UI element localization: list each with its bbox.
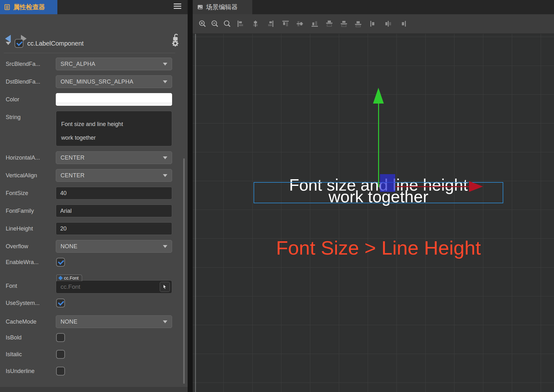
align-bottom-icon[interactable]: [311, 20, 319, 28]
isunderline-checkbox[interactable]: [56, 367, 65, 376]
property-label: VerticalAlign: [6, 172, 56, 179]
fontfamily-input[interactable]: [56, 205, 172, 217]
align-horizontal-center-icon[interactable]: [251, 20, 260, 28]
property-label: FontFamily: [6, 208, 56, 214]
distribute-left-icon[interactable]: [369, 20, 377, 28]
scene-tab-icon: [197, 4, 203, 10]
string-textarea[interactable]: Font size and line height work together: [56, 111, 172, 146]
overflow-select[interactable]: NONE: [56, 240, 172, 253]
distribute-vertical-center-icon[interactable]: [340, 20, 348, 28]
canvas-edge-guide: [195, 34, 196, 392]
property-row-halign: HorizontalA... CENTER: [6, 151, 172, 164]
property-row-isitalic: IsItalic: [6, 350, 172, 359]
property-label: IsBold: [6, 334, 56, 341]
property-label: Color: [6, 96, 56, 103]
lineheight-input[interactable]: [56, 222, 172, 235]
property-row-color: Color: [6, 93, 172, 106]
inspector-nav: [0, 14, 188, 35]
gizmo-x-axis-arrowhead[interactable]: [469, 181, 483, 192]
dstblend-select[interactable]: ONE_MINUS_SRC_ALPHA: [56, 75, 172, 88]
property-label: FontSize: [6, 190, 56, 197]
property-row-dstblend: DstBlendFa... ONE_MINUS_SRC_ALPHA: [6, 75, 172, 88]
diamond-icon: [58, 276, 63, 280]
align-vertical-center-icon[interactable]: [296, 20, 304, 28]
distribute-right-icon[interactable]: [399, 20, 407, 28]
scene-toolbar: [193, 14, 554, 34]
vertical-align-select[interactable]: CENTER: [56, 169, 172, 182]
cachemode-select[interactable]: NONE: [56, 315, 172, 328]
property-row-srcblend: SrcBlendFa... SRC_ALPHA: [6, 58, 172, 70]
inspector-panel: 属性检查器 cc.LabelComponent S: [0, 0, 188, 392]
scene-tabbar: 场景编辑器: [193, 0, 554, 14]
srcblend-select[interactable]: SRC_ALPHA: [56, 58, 172, 70]
scene-canvas[interactable]: Font size and line height work together …: [193, 34, 554, 392]
chevron-down-icon: [163, 63, 167, 66]
gizmo-x-axis[interactable]: [396, 186, 472, 187]
alpha-divider: [56, 103, 172, 103]
gizmo-y-axis[interactable]: [378, 103, 379, 187]
property-row-font: Font cc.Font cc.Font: [6, 275, 172, 294]
zoom-in-icon[interactable]: [198, 20, 207, 28]
property-label: EnableWra...: [6, 259, 56, 266]
isbold-checkbox[interactable]: [56, 333, 65, 342]
gizmo-y-axis-arrowhead[interactable]: [373, 88, 384, 104]
isitalic-checkbox[interactable]: [56, 350, 65, 359]
caption-label-node[interactable]: Font Size > Line Height: [254, 237, 503, 259]
collapse-triangle-icon[interactable]: [6, 42, 11, 45]
property-label: IsUnderline: [6, 368, 56, 375]
property-label: SrcBlendFa...: [6, 61, 56, 67]
inspector-footer: [0, 387, 188, 392]
property-row-cachemode: CacheMode NONE: [6, 315, 172, 328]
distribute-horizontal-center-icon[interactable]: [384, 20, 392, 28]
gizmo-center-handle[interactable]: [380, 174, 395, 192]
cursor-picker-icon[interactable]: [160, 282, 170, 292]
asset-type-badge: cc.Font: [56, 275, 82, 281]
color-swatch[interactable]: [56, 93, 172, 106]
enablewrap-checkbox[interactable]: [56, 258, 65, 267]
font-asset-field[interactable]: cc.Font cc.Font: [56, 275, 172, 294]
property-label: CacheMode: [6, 319, 56, 325]
tab-scene-editor[interactable]: 场景编辑器: [193, 0, 252, 14]
align-top-icon[interactable]: [281, 20, 290, 28]
property-label: HorizontalA...: [6, 155, 56, 161]
scene-editor-panel: 场景编辑器: [193, 0, 554, 392]
divider: [4, 53, 175, 53]
distribute-top-icon[interactable]: [325, 20, 333, 28]
chevron-down-icon: [163, 174, 167, 177]
property-row-isbold: IsBold: [6, 333, 172, 342]
distribute-bottom-icon[interactable]: [354, 20, 362, 28]
property-row-fontfamily: FontFamily: [6, 205, 172, 217]
align-right-icon[interactable]: [266, 20, 274, 28]
property-label: DstBlendFa...: [6, 79, 56, 85]
chevron-down-icon: [163, 80, 167, 83]
align-left-icon[interactable]: [236, 20, 245, 28]
property-row-lineheight: LineHeight: [6, 222, 172, 235]
inspector-content: cc.LabelComponent SrcBlendFa... SRC_ALPH…: [0, 35, 188, 392]
property-label: IsItalic: [6, 351, 56, 358]
hamburger-menu-icon[interactable]: [174, 3, 181, 10]
chevron-down-icon: [163, 156, 167, 159]
horizontal-align-select[interactable]: CENTER: [56, 151, 172, 164]
property-label: LineHeight: [6, 225, 56, 232]
inspector-tab-label: 属性检查器: [13, 3, 45, 11]
property-row-enablewrap: EnableWra...: [6, 258, 172, 267]
inspector-scrollbar[interactable]: [183, 158, 185, 384]
usesystemfont-checkbox[interactable]: [56, 299, 65, 307]
property-row-valign: VerticalAlign CENTER: [6, 169, 172, 182]
property-row-fontsize: FontSize: [6, 187, 172, 199]
scene-tab-label: 场景编辑器: [206, 3, 238, 11]
inspector-tabbar: 属性检查器: [0, 0, 188, 14]
search-icon[interactable]: [223, 20, 231, 28]
property-row-string: String Font size and line height work to…: [6, 111, 172, 146]
component-enabled-checkbox[interactable]: [15, 39, 23, 48]
chevron-down-icon: [163, 320, 167, 323]
gear-icon[interactable]: [171, 40, 179, 47]
zoom-out-icon[interactable]: [211, 20, 219, 28]
property-label: Overflow: [6, 243, 56, 250]
fontsize-input[interactable]: [56, 187, 172, 199]
panel-divider[interactable]: [188, 0, 193, 392]
font-asset-input[interactable]: cc.Font: [56, 280, 172, 294]
property-row-overflow: Overflow NONE: [6, 240, 172, 253]
property-row-isunderline: IsUnderline: [6, 367, 172, 376]
tab-inspector[interactable]: 属性检查器: [0, 0, 57, 14]
